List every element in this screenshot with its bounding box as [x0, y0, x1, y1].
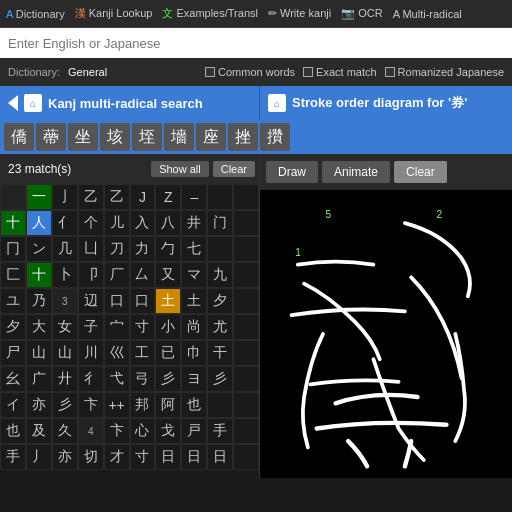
radical-亅[interactable]: 亅	[52, 184, 78, 210]
radical-井[interactable]: 井	[181, 210, 207, 236]
exact-match-option[interactable]: Exact match	[303, 66, 377, 78]
draw-button[interactable]: Draw	[266, 161, 318, 183]
radical-彳[interactable]: 彳	[78, 366, 104, 392]
radical-勹[interactable]: 勹	[155, 236, 181, 262]
nav-dictionary[interactable]: A Dictionary	[6, 8, 65, 20]
radical-巾[interactable]: 巾	[181, 340, 207, 366]
home-icon-right[interactable]: ⌂	[268, 94, 286, 112]
selected-radical-5[interactable]: 墻	[164, 123, 194, 151]
radical-卞[interactable]: 卞	[78, 392, 104, 418]
radical-十[interactable]: 十	[0, 210, 26, 236]
radical-工[interactable]: 工	[130, 340, 156, 366]
selected-radical-7[interactable]: 挫	[228, 123, 258, 151]
nav-kanji-lookup[interactable]: 漢 Kanji Lookup	[75, 6, 153, 21]
radical-冂[interactable]: 冂	[0, 236, 26, 262]
radical-力[interactable]: 力	[130, 236, 156, 262]
radical-子[interactable]: 子	[78, 314, 104, 340]
radical-日a[interactable]: 日	[155, 444, 181, 470]
radical-ユ[interactable]: ユ	[0, 288, 26, 314]
radical-广[interactable]: 广	[26, 366, 52, 392]
radical-乃[interactable]: 乃	[26, 288, 52, 314]
selected-radical-4[interactable]: 垤	[132, 123, 162, 151]
radical-小[interactable]: 小	[155, 314, 181, 340]
radical-J[interactable]: J	[130, 184, 156, 210]
radical-干[interactable]: 干	[207, 340, 233, 366]
radical-日c[interactable]: 日	[207, 444, 233, 470]
common-words-option[interactable]: Common words	[205, 66, 295, 78]
radical-乙a[interactable]: 乙	[78, 184, 104, 210]
radical-尤[interactable]: 尤	[207, 314, 233, 340]
radical-九[interactable]: 九	[207, 262, 233, 288]
radical-及[interactable]: 及	[26, 418, 52, 444]
selected-radical-3[interactable]: 垓	[100, 123, 130, 151]
nav-ocr[interactable]: 📷 OCR	[341, 7, 383, 20]
selected-radical-6[interactable]: 座	[196, 123, 226, 151]
radical-才[interactable]: 才	[104, 444, 130, 470]
show-all-button[interactable]: Show all	[151, 161, 209, 177]
radical-十2[interactable]: 十	[26, 262, 52, 288]
nav-examples[interactable]: 文 Examples/Transl	[162, 6, 258, 21]
radical-也2[interactable]: 也	[0, 418, 26, 444]
clear-stroke-button[interactable]: Clear	[394, 161, 447, 183]
radical-乙b[interactable]: 乙	[104, 184, 130, 210]
radical-人[interactable]: 人	[26, 210, 52, 236]
radical-又[interactable]: 又	[155, 262, 181, 288]
radical-儿[interactable]: 儿	[104, 210, 130, 236]
radical-弓[interactable]: 弓	[130, 366, 156, 392]
radical-手2[interactable]: 手	[0, 444, 26, 470]
radical-土-highlighted[interactable]: 土	[155, 288, 181, 314]
radical-亻[interactable]: 亻	[52, 210, 78, 236]
radical-Z[interactable]: Z	[155, 184, 181, 210]
radical-plus-plus[interactable]: ++	[104, 392, 130, 418]
radical-山a[interactable]: 山	[26, 340, 52, 366]
radical-川[interactable]: 川	[78, 340, 104, 366]
radical-戈[interactable]: 戈	[155, 418, 181, 444]
radical-イ[interactable]: イ	[0, 392, 26, 418]
radical-巛[interactable]: 巛	[104, 340, 130, 366]
selected-radical-8[interactable]: 攢	[260, 123, 290, 151]
radical-亦2[interactable]: 亦	[52, 444, 78, 470]
radical-个[interactable]: 个	[78, 210, 104, 236]
radical-厶[interactable]: 厶	[130, 262, 156, 288]
radical-八[interactable]: 八	[155, 210, 181, 236]
selected-radical-1[interactable]: 蔕	[36, 123, 66, 151]
radical-也[interactable]: 也	[181, 392, 207, 418]
radical-邦[interactable]: 邦	[130, 392, 156, 418]
radical-亦[interactable]: 亦	[26, 392, 52, 418]
radical-口a[interactable]: 口	[104, 288, 130, 314]
clear-matches-button[interactable]: Clear	[213, 161, 255, 177]
radical-尚[interactable]: 尚	[181, 314, 207, 340]
romanized-option[interactable]: Romanized Japanese	[385, 66, 504, 78]
radical-阿[interactable]: 阿	[155, 392, 181, 418]
radical-入[interactable]: 入	[130, 210, 156, 236]
radical-卜[interactable]: 卜	[52, 262, 78, 288]
radical-幺[interactable]: 幺	[0, 366, 26, 392]
radical-女[interactable]: 女	[52, 314, 78, 340]
radical-dash[interactable]: –	[181, 184, 207, 210]
selected-radical-0[interactable]: 僑	[4, 123, 34, 151]
radical-大[interactable]: 大	[26, 314, 52, 340]
radical-彡3[interactable]: 彡	[52, 392, 78, 418]
radical-宀[interactable]: 宀	[104, 314, 130, 340]
radical-几[interactable]: 几	[52, 236, 78, 262]
radical-尸[interactable]: 尸	[0, 340, 26, 366]
selected-radical-2[interactable]: 坐	[68, 123, 98, 151]
back-arrow-icon[interactable]	[8, 95, 18, 111]
common-words-checkbox[interactable]	[205, 67, 215, 77]
radical-マ[interactable]: マ	[181, 262, 207, 288]
radical-丿[interactable]: 丿	[26, 444, 52, 470]
radical-戸[interactable]: 戸	[181, 418, 207, 444]
nav-write[interactable]: ✏ Write kanji	[268, 7, 331, 20]
radical-弋[interactable]: 弋	[104, 366, 130, 392]
radical-心[interactable]: 心	[130, 418, 156, 444]
radical-夕[interactable]: 夕	[207, 288, 233, 314]
radical-厂[interactable]: 厂	[104, 262, 130, 288]
radical-久[interactable]: 久	[52, 418, 78, 444]
radical-土2[interactable]: 土	[181, 288, 207, 314]
radical-刀[interactable]: 刀	[104, 236, 130, 262]
radical-彡[interactable]: 彡	[155, 366, 181, 392]
radical-卞2[interactable]: 卞	[104, 418, 130, 444]
radical-门[interactable]: 门	[207, 210, 233, 236]
radical-已[interactable]: 已	[155, 340, 181, 366]
exact-match-checkbox[interactable]	[303, 67, 313, 77]
